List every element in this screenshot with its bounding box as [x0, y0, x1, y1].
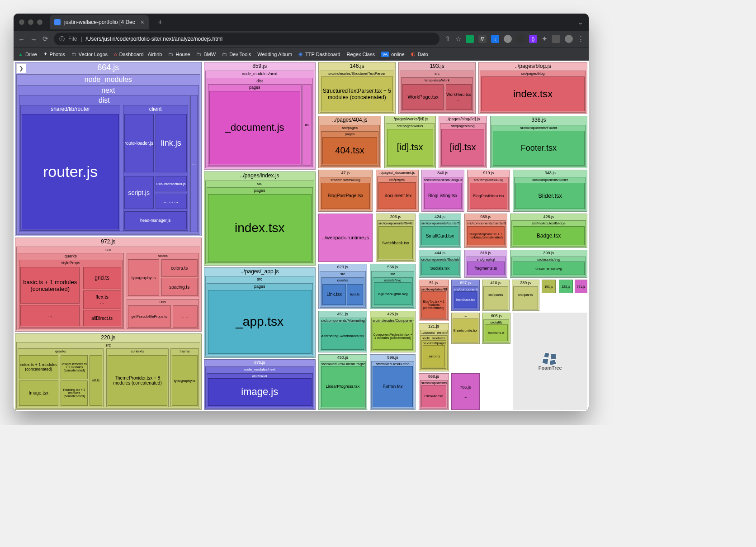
node-asw[interactable]: AlternatingSwitchbacks.tsx [321, 323, 364, 350]
node-404p[interactable]: src/pages pages 404.tsx [320, 125, 380, 167]
node-fns[interactable]: functions.ts [485, 324, 508, 341]
node-wrt[interactable]: ../webpack-runtime.js [318, 214, 373, 262]
node-imagejs[interactable]: image.js [208, 378, 312, 406]
node-675[interactable]: 675.js node_modules/next dist/client ima… [204, 359, 316, 410]
node-206p[interactable]: src/components/Switchback Switchback.tsx [377, 220, 415, 261]
ext-icon-1[interactable] [466, 35, 474, 43]
node-399[interactable]: 399.js src/assets/svg drawn-arrow.svg [510, 250, 587, 278]
node-frag[interactable]: fragments.ts [467, 262, 505, 275]
node-breadc[interactable]: Breadcrumbs.tsx [453, 319, 478, 342]
node-utils-dots[interactable]: … … [173, 305, 198, 328]
node-papp[interactable]: ../pages/_app.js src pages _app.tsx [204, 267, 316, 358]
node-link[interactable]: Link.tsx [322, 284, 346, 305]
node-dots2[interactable]: … [190, 95, 198, 232]
bm-vector[interactable]: 🗀Vector Logos [71, 52, 108, 57]
node-text[interactable]: text.ts [347, 284, 363, 305]
ext-icon-4[interactable] [516, 35, 524, 43]
node-972-quarks[interactable]: quarks styleProps basic.ts + 1 modules (… [18, 253, 124, 329]
node-556a[interactable]: assets/svg logomark-grad.svg [373, 277, 413, 306]
node-scriptjs[interactable]: script.js [124, 176, 154, 209]
bm-wedding[interactable]: Wedding Album [257, 52, 292, 57]
node-697p[interactable]: src/components/TechStack TechStack.tsx [453, 286, 478, 309]
node-toc[interactable]: BlogToc.tsx + 1 modules (concatenated) [421, 291, 446, 319]
node-51p[interactable]: src/templates/Blog BlogToc.tsx + 1 modul… [420, 286, 448, 320]
node-605p[interactable]: src/utils functions.ts [483, 319, 509, 342]
node-wp[interactable]: WorkPage.tsx [402, 84, 444, 110]
node-bph[interactable]: BlogPostHero.tsx [470, 183, 507, 209]
node-dist[interactable]: dist shared/lib/router router.js [19, 95, 189, 232]
node-596[interactable]: 596.js src/molecules/Button Button.tsx [370, 354, 416, 410]
node-223[interactable]: 223.js [559, 280, 573, 294]
node-lib[interactable]: lib [302, 84, 312, 166]
node-pbid[interactable]: ../pages/blog/[id].js src/pages/blog [id… [439, 116, 487, 168]
node-425[interactable]: 425.js src/molecules/ComponentPagination… [370, 311, 416, 352]
node-193s[interactable]: src templates/Work WorkPage.tsx WorkHero… [400, 71, 474, 113]
node-819p[interactable]: src/graphql fragments.ts [466, 257, 506, 276]
node-399p[interactable]: src/assets/svg drawn-arrow.svg [511, 257, 586, 276]
bm-regex[interactable]: Regex Class [347, 52, 375, 57]
node-450[interactable]: 450.js src/molecules/LinearProgress Line… [318, 354, 367, 410]
node-146[interactable]: 146.js src/molecules/StructuredTextParse… [318, 62, 396, 114]
node-pindex[interactable]: ../pages/index.js src pages index.tsx [204, 171, 316, 266]
ext-icon-5[interactable]: () [529, 35, 537, 43]
node-ad-dots[interactable]: … [20, 305, 80, 326]
bm-house[interactable]: 🗀House [168, 52, 190, 57]
zoom-dot[interactable] [37, 19, 43, 25]
node-next[interactable]: next dist shared/lib/router [18, 85, 199, 233]
node-859-nm[interactable]: node_modules/next dist pages _document.j… [205, 71, 314, 168]
node-pi-pages[interactable]: pages index.tsx [207, 187, 313, 262]
node-289[interactable]: 289.js src/quarks… [512, 280, 539, 311]
node-675-dc[interactable]: dist/client image.js [207, 373, 313, 407]
node-useinter[interactable]: use-intersection.js [156, 176, 187, 191]
node-444[interactable]: 444.js src/components/Socials Socials.ts… [419, 250, 462, 278]
node-alldirect[interactable]: allDirect.ts [83, 310, 121, 326]
node-themeprov[interactable]: ThemeProvider.tsx + 8 modules (concatena… [108, 355, 167, 406]
node-pi-src[interactable]: src pages index.tsx [205, 181, 314, 264]
close-dot[interactable] [19, 19, 24, 25]
node-919[interactable]: 919.js src/templates/Blog BlogPostHero.t… [467, 170, 510, 211]
node-pblogp[interactable]: src/pages/blog index.tsx [480, 71, 586, 113]
node-220[interactable]: 220.js src quarks index.ts + 1 modules (… [15, 333, 202, 410]
node-623s[interactable]: src quarks Link.tsx text.ts [320, 271, 366, 308]
node-410[interactable]: 410.js src/quarks… [482, 280, 510, 311]
avatar-icon[interactable] [565, 35, 573, 43]
node-stp[interactable]: StructuredTextParser.tsx + 5 modules (co… [321, 76, 393, 111]
node-146p[interactable]: src/molecules/StructuredTextParser Struc… [320, 71, 394, 113]
node-pblogi[interactable]: index.tsx [481, 76, 585, 111]
node-pwidp[interactable]: src/pages/works [id].tsx [386, 123, 435, 167]
node-pdocp[interactable]: src/pages _document.tsx [377, 176, 417, 210]
node-contexts[interactable]: contexts ThemeProvider.tsx + 8 modules (… [106, 348, 169, 407]
node-819[interactable]: 819.js src/graphql fragments.ts [464, 250, 507, 278]
node-docjs[interactable]: _document.js [209, 91, 300, 164]
node-pblog[interactable]: ../pages/blog.js src/pages/blog index.ts… [478, 62, 587, 114]
node-tp[interactable]: typography.ts [172, 355, 198, 406]
bm-airbnb[interactable]: ⌂Dashboard - Airbnb [114, 52, 162, 57]
node-840p[interactable]: src/components/BlogListing BlogListing.t… [423, 177, 463, 210]
node-404m[interactable]: 404.tsx [322, 137, 377, 164]
node-cpag[interactable]: ComponentPagination.tsx + 1 modules (con… [373, 323, 413, 350]
node-blc[interactable]: BlogListingCard.tsx + 1 modules (concate… [467, 226, 505, 245]
node-pwid[interactable]: ../pages/works/[id].js src/pages/works [… [384, 116, 436, 168]
node-bpp[interactable]: BlogPostPage.tsx [321, 183, 370, 209]
node-972[interactable]: 972.js src quarks styleProps [15, 238, 202, 332]
node-868[interactable]: 868.js src/components/Navbar ClickMe.tsx [419, 373, 449, 410]
node-slider[interactable]: Slider.tsx [515, 183, 585, 209]
node-989[interactable]: 989.js src/components/cards/BlogListingC… [464, 214, 507, 248]
star-icon[interactable]: ☆ [455, 35, 461, 43]
node-indextsx[interactable]: index.tsx [208, 194, 312, 261]
minimize-dot[interactable] [28, 19, 33, 25]
url-field[interactable]: ⓘ File | /Users/justin/code/portfolio-si… [54, 33, 439, 45]
node-atoms[interactable]: atoms typography.ts colors.ts spacing.ts [127, 253, 199, 298]
node-imgtsx[interactable]: Image.tsx [19, 381, 58, 406]
treemap[interactable]: 664.js node_modules next dist [15, 62, 587, 410]
node-linkjs[interactable]: link.js [156, 114, 187, 172]
node-859[interactable]: 859.js node_modules/next dist pages _doc… [204, 62, 316, 170]
node-336p[interactable]: src/components/Footer Footer.tsx [491, 125, 586, 167]
node-605[interactable]: 605.js src/utils functions.ts [482, 313, 510, 344]
node-footer[interactable]: Footer.tsx [493, 131, 585, 166]
node-859-dist[interactable]: dist pages _document.js lib [207, 78, 313, 167]
node-424[interactable]: 424.js src/components/cards/SmallCard Sm… [419, 214, 462, 248]
node-pbidm[interactable]: [id].tsx [441, 129, 485, 166]
bm-ttp[interactable]: ◉TTP Dashboard [298, 51, 340, 57]
node-colors[interactable]: colors.ts [161, 259, 198, 277]
